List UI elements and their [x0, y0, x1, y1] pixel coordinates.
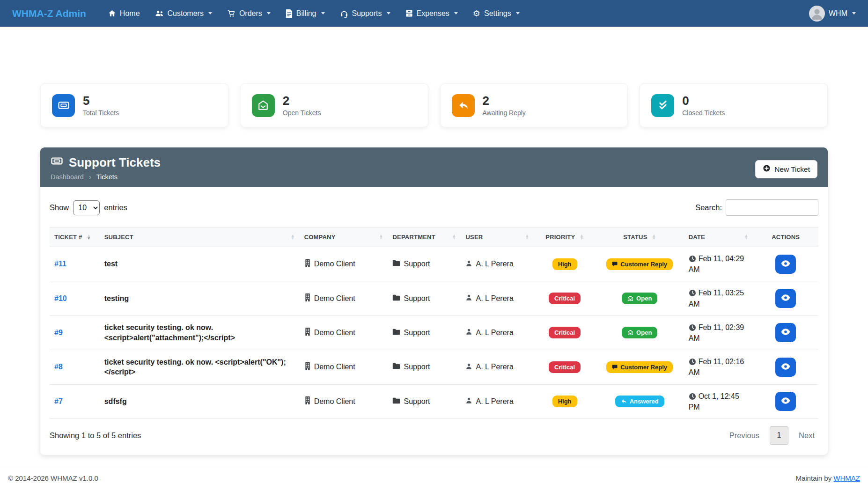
table-row: #8 ticket security testing. ok now. <scr… [50, 350, 818, 384]
next-page-button[interactable]: Next [795, 428, 818, 443]
status-badge: Open [622, 327, 657, 338]
new-ticket-button[interactable]: New Ticket [755, 160, 817, 178]
subject-cell: sdfsfg [100, 384, 300, 418]
column-header-date[interactable]: DATE▲▼ [684, 227, 753, 247]
nav-item-expenses[interactable]: Expenses [399, 5, 464, 22]
whmaz-link[interactable]: WHMAZ [833, 474, 860, 482]
sort-icon: ▲▼ [744, 235, 749, 240]
column-header-user[interactable]: USER▲▼ [461, 227, 534, 247]
page-number-button[interactable]: 1 [770, 426, 788, 445]
envelope-open-icon [627, 330, 633, 336]
person-icon [465, 294, 472, 303]
stat-value: 5 [83, 94, 119, 108]
nav-item-customers[interactable]: Customers [149, 5, 218, 22]
building-icon [304, 362, 311, 372]
view-ticket-button[interactable] [775, 289, 796, 308]
support-tickets-panel: Support Tickets Dashboard › Tickets New … [40, 147, 828, 455]
company-cell: Demo Client [300, 384, 388, 418]
caret-down-icon [321, 12, 325, 15]
view-ticket-button[interactable] [775, 358, 796, 377]
ticket-link[interactable]: #7 [54, 397, 63, 405]
column-header-subject[interactable]: SUBJECT▲▼ [100, 227, 300, 247]
status-badge: Customer Reply [606, 258, 673, 270]
folder-icon [392, 397, 400, 406]
top-navbar: WHMA-Z Admin Home Customers Orders Billi… [0, 0, 868, 27]
nav-item-supports[interactable]: Supports [334, 5, 397, 22]
previous-page-button[interactable]: Previous [726, 428, 763, 443]
department-cell: Support [388, 315, 461, 350]
ticket-icon [51, 154, 63, 170]
company-cell: Demo Client [300, 247, 388, 281]
sort-icon: ▲▼ [87, 235, 91, 240]
company-cell: Demo Client [300, 350, 388, 384]
priority-cell: High [534, 247, 595, 281]
breadcrumb-tickets: Tickets [96, 173, 118, 181]
user-cell: A. L Perera [461, 281, 534, 315]
users-icon [155, 9, 164, 17]
status-cell: Open [596, 281, 684, 315]
brand-logo[interactable]: WHMA-Z Admin [12, 8, 86, 19]
ticket-link[interactable]: #10 [54, 294, 67, 302]
sort-icon: ▲▼ [652, 235, 656, 240]
date-cell: Feb 11, 03:25 AM [684, 281, 753, 315]
pagination: Previous 1 Next [726, 426, 818, 445]
caret-down-icon [267, 12, 271, 15]
nav-item-settings[interactable]: ⚙ Settings [467, 5, 526, 22]
view-ticket-button[interactable] [775, 323, 796, 342]
nav-label: Supports [352, 9, 382, 18]
entries-per-page-select[interactable]: 10 [73, 200, 100, 215]
building-icon [304, 396, 311, 406]
avatar [809, 6, 825, 22]
column-header-status[interactable]: STATUS▲▼ [596, 227, 684, 247]
status-cell: Customer Reply [596, 350, 684, 384]
clock-icon [689, 289, 699, 297]
sort-icon: ▲▼ [525, 235, 530, 240]
search-input[interactable] [726, 199, 818, 216]
ticket-link[interactable]: #8 [54, 363, 63, 371]
eye-icon [781, 328, 790, 337]
ticket-link[interactable]: #11 [54, 260, 66, 268]
column-header-company[interactable]: COMPANY▲▼ [300, 227, 388, 247]
search-label: Search: [695, 203, 722, 212]
table-controls: Show 10 entries Search: [50, 199, 818, 216]
column-header-ticket[interactable]: TICKET #▲▼ [50, 227, 100, 247]
caret-down-icon [852, 12, 856, 15]
ticket-cell: #9 [50, 315, 100, 350]
envelope-open-icon [252, 94, 275, 117]
panel-body: Show 10 entries Search: TICKET #▲▼ SUBJE… [40, 187, 828, 455]
tickets-table: TICKET #▲▼ SUBJECT▲▼ COMPANY▲▼ DEPARTMEN… [50, 227, 818, 419]
view-ticket-button[interactable] [775, 392, 796, 411]
nav-item-billing[interactable]: Billing [280, 5, 331, 22]
eye-icon [781, 294, 790, 303]
date-cell: Feb 11, 02:39 AM [684, 315, 753, 350]
ticket-link[interactable]: #9 [54, 329, 63, 337]
table-row: #7 sdfsfg Demo Client Support [50, 384, 818, 418]
nav-item-orders[interactable]: Orders [221, 5, 277, 22]
column-header-department[interactable]: DEPARTMENT▲▼ [388, 227, 461, 247]
user-cell: A. L Perera [461, 350, 534, 384]
caret-down-icon [454, 12, 458, 15]
reply-icon [452, 94, 475, 117]
priority-cell: Critical [534, 350, 595, 384]
stat-label: Total Tickets [83, 109, 119, 117]
column-header-priority[interactable]: PRIORITY▲▼ [534, 227, 595, 247]
subject-cell: test [100, 247, 300, 281]
chat-icon [612, 261, 618, 267]
showing-entries-label: Showing 1 to 5 of 5 entries [50, 431, 141, 440]
status-cell: Customer Reply [596, 247, 684, 281]
nav-item-home[interactable]: Home [102, 5, 146, 22]
eye-icon [781, 397, 790, 406]
date-cell: Feb 11, 04:29 AM [684, 247, 753, 281]
page-footer: © 2014-2026 WHMAZ v1.0.0 Maintain by WHM… [0, 465, 868, 491]
sort-icon: ▲▼ [580, 235, 584, 240]
view-ticket-button[interactable] [775, 255, 796, 274]
stat-label: Open Tickets [283, 109, 321, 117]
column-header-actions: ACTIONS [753, 227, 818, 247]
department-cell: Support [388, 350, 461, 384]
actions-cell [753, 247, 818, 281]
user-menu[interactable]: WHM [809, 6, 856, 22]
subject-cell: ticket security testing. ok now. <script… [100, 315, 300, 350]
breadcrumb-dashboard[interactable]: Dashboard [51, 173, 84, 181]
status-cell: Answered [596, 384, 684, 418]
plus-circle-icon [763, 164, 771, 174]
